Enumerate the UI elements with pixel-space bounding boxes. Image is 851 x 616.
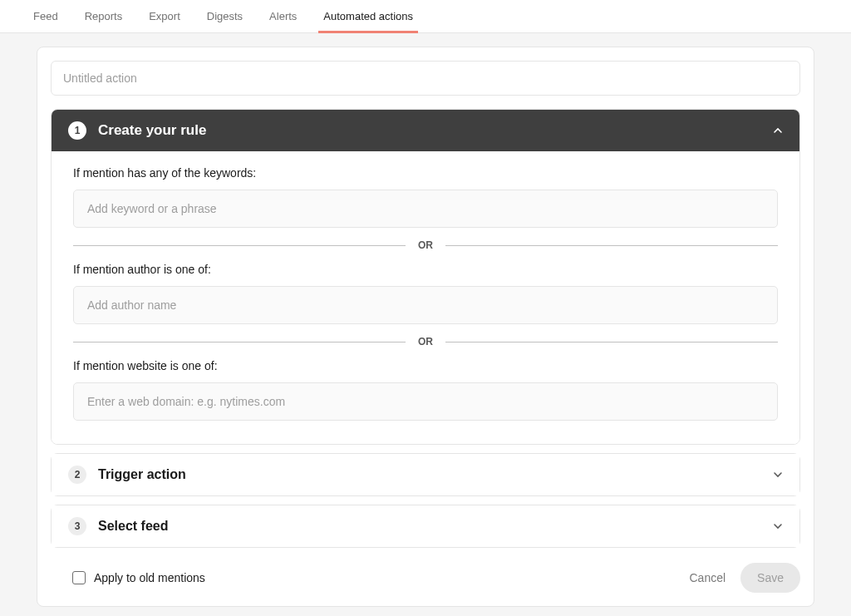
author-label: If mention author is one of: xyxy=(73,263,778,276)
tab-reports[interactable]: Reports xyxy=(85,0,123,32)
step2-header[interactable]: 2 Trigger action xyxy=(52,454,799,495)
apply-old-checkbox[interactable] xyxy=(72,571,86,584)
chevron-up-icon xyxy=(773,126,783,136)
chevron-down-icon xyxy=(773,521,783,531)
chevron-down-icon xyxy=(773,470,783,480)
tab-alerts[interactable]: Alerts xyxy=(269,0,297,32)
website-label: If mention website is one of: xyxy=(73,359,778,372)
save-button[interactable]: Save xyxy=(740,563,800,593)
action-name-input[interactable] xyxy=(51,61,800,96)
website-input[interactable] xyxy=(73,382,778,421)
tab-feed[interactable]: Feed xyxy=(33,0,58,32)
nav-tabs: Feed Reports Export Digests Alerts Autom… xyxy=(0,0,851,33)
step3-title: Select feed xyxy=(98,519,761,534)
step1-title: Create your rule xyxy=(98,122,761,139)
step3-card: 3 Select feed xyxy=(51,505,800,548)
step3-badge: 3 xyxy=(68,517,86,535)
action-panel: 1 Create your rule If mention has any of… xyxy=(37,47,814,607)
step2-card: 2 Trigger action xyxy=(51,453,800,496)
keywords-label: If mention has any of the keywords: xyxy=(73,166,778,180)
keywords-input[interactable] xyxy=(73,190,778,228)
step2-title: Trigger action xyxy=(98,467,761,482)
apply-old-label: Apply to old mentions xyxy=(94,571,205,584)
step1-badge: 1 xyxy=(68,121,86,140)
footer-row: Apply to old mentions Cancel Save xyxy=(51,563,800,593)
step1-body: If mention has any of the keywords: OR I… xyxy=(52,151,799,444)
or-separator-2: OR xyxy=(73,336,778,347)
step2-badge: 2 xyxy=(68,466,86,484)
tab-export[interactable]: Export xyxy=(149,0,180,32)
cancel-button[interactable]: Cancel xyxy=(689,571,726,584)
or-separator-1: OR xyxy=(73,239,778,251)
step3-header[interactable]: 3 Select feed xyxy=(52,505,799,547)
step1-header[interactable]: 1 Create your rule xyxy=(52,110,799,151)
apply-old-checkbox-wrap[interactable]: Apply to old mentions xyxy=(51,571,205,584)
step1-card: 1 Create your rule If mention has any of… xyxy=(51,109,800,445)
tab-digests[interactable]: Digests xyxy=(207,0,243,32)
author-input[interactable] xyxy=(73,286,778,324)
tab-automated-actions[interactable]: Automated actions xyxy=(323,0,413,32)
